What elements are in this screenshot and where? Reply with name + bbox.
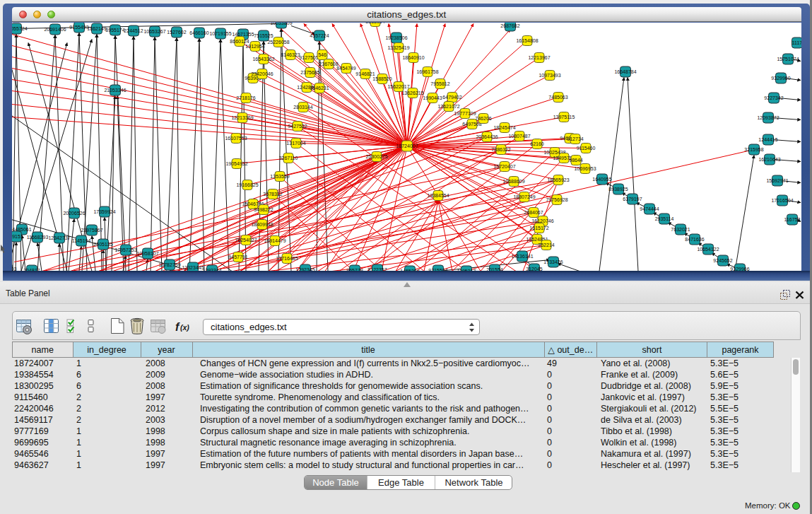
- svg-text:10688609: 10688609: [502, 179, 524, 184]
- svg-text:1353559: 1353559: [270, 174, 289, 179]
- svg-text:15720407: 15720407: [493, 164, 515, 169]
- svg-text:2375685: 2375685: [300, 70, 319, 75]
- svg-text:13325419: 13325419: [387, 45, 409, 50]
- svg-text:12213967: 12213967: [528, 55, 550, 60]
- svg-text:18640910: 18640910: [402, 55, 424, 60]
- svg-text:14136141: 14136141: [511, 254, 533, 259]
- svg-text:16648784: 16648784: [614, 69, 636, 74]
- svg-text:18409948: 18409948: [251, 222, 273, 227]
- svg-text:10973493: 10973493: [539, 73, 560, 78]
- svg-text:12342737: 12342737: [48, 235, 70, 240]
- svg-text:16154808: 16154808: [516, 38, 538, 43]
- svg-text:2244512: 2244512: [124, 28, 143, 33]
- svg-text:1912954: 1912954: [245, 44, 264, 49]
- svg-text:23975867: 23975867: [81, 228, 102, 233]
- svg-text:16107553: 16107553: [225, 136, 247, 141]
- svg-text:17359924: 17359924: [93, 209, 115, 214]
- svg-text:9146821: 9146821: [355, 71, 375, 76]
- svg-text:8660124: 8660124: [230, 39, 249, 44]
- svg-text:1244415: 1244415: [758, 137, 777, 142]
- svg-text:19054932: 19054932: [225, 161, 247, 166]
- svg-text:19777109: 19777109: [454, 111, 476, 116]
- svg-text:13716485: 13716485: [276, 256, 298, 261]
- svg-text:2367608: 2367608: [319, 62, 338, 66]
- svg-text:252214: 252214: [538, 243, 554, 247]
- svg-text:14671355: 14671355: [232, 32, 254, 37]
- svg-text:10696953: 10696953: [574, 166, 596, 171]
- svg-text:8146323: 8146323: [281, 52, 300, 57]
- svg-text:8454749: 8454749: [336, 66, 355, 71]
- svg-text:10033809: 10033809: [270, 23, 292, 25]
- svg-text:1527602: 1527602: [167, 30, 186, 35]
- svg-text:12323445: 12323445: [182, 265, 204, 270]
- svg-text:9474444: 9474444: [640, 206, 659, 211]
- svg-text:9115460: 9115460: [576, 146, 595, 151]
- svg-text:76254027: 76254027: [235, 238, 257, 243]
- svg-text:10654122: 10654122: [697, 247, 719, 252]
- svg-text:16782759: 16782759: [158, 262, 180, 267]
- svg-text:116753: 116753: [784, 217, 800, 222]
- svg-text:19384554: 19384554: [427, 193, 449, 198]
- svg-text:13626215: 13626215: [401, 90, 423, 95]
- svg-text:10958107: 10958107: [136, 251, 158, 256]
- svg-text:1588520: 1588520: [372, 76, 392, 81]
- svg-text:19238506: 19238506: [385, 35, 407, 40]
- svg-text:9245652: 9245652: [713, 258, 732, 263]
- svg-text:25300275: 25300275: [365, 154, 387, 159]
- svg-text:21053346: 21053346: [104, 88, 126, 93]
- svg-text:(x): (x): [180, 323, 189, 332]
- svg-text:8938925: 8938925: [608, 187, 628, 192]
- svg-text:25226058: 25226058: [267, 40, 289, 45]
- svg-text:79756928: 79756928: [546, 197, 567, 202]
- svg-text:18245474: 18245474: [493, 125, 515, 130]
- svg-text:1615172: 1615172: [529, 226, 548, 230]
- svg-text:546: 546: [318, 52, 326, 57]
- svg-text:4357224: 4357224: [310, 33, 329, 38]
- svg-text:6479402: 6479402: [442, 95, 461, 100]
- svg-text:18807249: 18807249: [513, 194, 535, 199]
- svg-text:15692971: 15692971: [766, 178, 788, 183]
- svg-text:746206: 746206: [475, 116, 491, 121]
- svg-text:14055724: 14055724: [12, 26, 28, 31]
- svg-text:1317004: 1317004: [286, 141, 305, 146]
- svg-text:7955812: 7955812: [430, 81, 449, 86]
- svg-text:7515525: 7515525: [254, 33, 273, 38]
- svg-text:9329960: 9329960: [771, 76, 790, 81]
- svg-text:98644: 98644: [569, 158, 583, 163]
- svg-text:8955174: 8955174: [105, 28, 124, 33]
- svg-text:15751074: 15751074: [777, 57, 799, 62]
- svg-text:12213369: 12213369: [231, 115, 253, 120]
- svg-text:1640955: 1640955: [592, 177, 611, 182]
- svg-text:912734: 912734: [567, 136, 583, 141]
- svg-text:10653267: 10653267: [143, 29, 165, 34]
- svg-text:39151: 39151: [12, 234, 23, 239]
- svg-text:16210643: 16210643: [758, 157, 780, 162]
- svg-text:2803144: 2803144: [293, 105, 312, 110]
- svg-text:8471636: 8471636: [685, 237, 704, 242]
- svg-text:f: f: [175, 321, 180, 333]
- svg-text:11568293: 11568293: [26, 235, 48, 240]
- svg-text:12093872: 12093872: [757, 115, 779, 120]
- svg-text:62160: 62160: [530, 141, 544, 146]
- svg-text:3578312: 3578312: [263, 192, 282, 197]
- svg-text:15622017: 15622017: [387, 84, 409, 89]
- svg-text:2687682: 2687682: [500, 23, 519, 28]
- svg-text:16961758: 16961758: [416, 69, 438, 74]
- svg-text:20691406: 20691406: [44, 27, 66, 32]
- svg-text:1733426: 1733426: [543, 259, 563, 264]
- svg-text:10807487: 10807487: [508, 134, 530, 139]
- svg-text:1862149: 1862149: [87, 26, 106, 31]
- svg-text:20364436: 20364436: [476, 134, 498, 139]
- svg-text:9227342: 9227342: [764, 95, 783, 100]
- svg-text:10719155: 10719155: [209, 31, 231, 36]
- svg-text:3498222: 3498222: [254, 207, 273, 212]
- svg-text:1546231: 1546231: [310, 86, 329, 90]
- svg-text:6466160: 6466160: [189, 30, 208, 35]
- svg-text:16914479: 16914479: [264, 238, 286, 243]
- svg-text:18724007: 18724007: [396, 144, 418, 148]
- svg-text:1990443: 1990443: [423, 95, 442, 100]
- svg-text:7886322: 7886322: [491, 147, 510, 152]
- svg-text:17957253: 17957253: [114, 247, 136, 252]
- svg-text:19166825: 19166825: [236, 182, 258, 187]
- svg-text:9155493: 9155493: [69, 25, 88, 30]
